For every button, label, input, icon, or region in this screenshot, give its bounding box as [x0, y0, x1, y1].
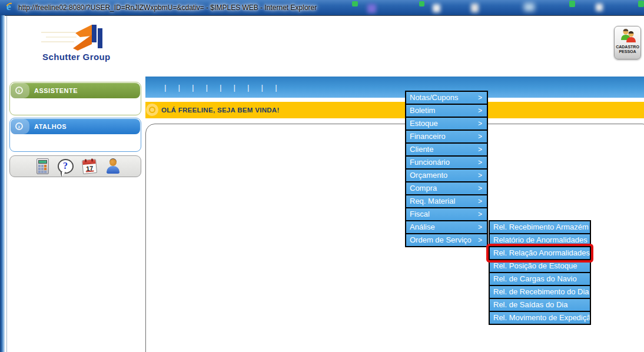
welcome-bar: OLÁ FREELINE, SEJA BEM VINDA! [145, 102, 644, 118]
aero-blob [471, 4, 479, 12]
submenu-item[interactable]: Rel. Relação Anormalidades [489, 246, 591, 260]
dropdown-item[interactable]: Req. Material > [405, 194, 488, 208]
people-icon [619, 28, 636, 42]
cadastro-pessoa-button[interactable]: CADASTRO PESSOA [614, 26, 641, 59]
submenu-arrow-icon: > [478, 221, 482, 233]
submenu-item[interactable]: Rel. Movimento de Expedição [489, 311, 591, 325]
assistente-header[interactable]: › ASSISTENTE [11, 83, 140, 98]
dropdown-item-label: Ordem de Serviço [410, 235, 472, 244]
submenu-item[interactable]: Relatório de Anormalidades [489, 233, 591, 247]
dropdown-item[interactable]: Funcionário > [405, 155, 488, 170]
aero-blob [433, 4, 440, 12]
submenu-item-label: Rel. de Recebimento do Dia [493, 287, 589, 296]
dropdown-item-label: Compra [410, 184, 437, 192]
aero-blob [352, 1, 358, 6]
submenu-item[interactable]: Rel. Posição de Estoque [489, 259, 591, 273]
menubar-item[interactable] [255, 83, 270, 92]
logo-mark-icon [40, 24, 117, 52]
aero-blob [367, 4, 376, 13]
menubar-item[interactable] [269, 83, 283, 92]
menubar-item[interactable] [172, 83, 187, 92]
aero-blob [419, 1, 424, 6]
window-frame-left [0, 15, 5, 352]
submenu-arrow-icon: > [478, 131, 482, 142]
dropdown-item[interactable]: Fiscal > [405, 207, 488, 221]
dropdown-item-label: Funcionário [410, 158, 450, 167]
aero-blob [524, 3, 535, 11]
dropdown-item[interactable]: Cliente > [405, 142, 488, 157]
internet-explorer-icon: e [5, 2, 16, 13]
dropdown-item-label: Análise [410, 223, 435, 231]
submenu-arrow-icon: > [478, 105, 482, 117]
dropdown-item[interactable]: Análise > [405, 220, 488, 234]
submenu-item-label: Rel. Relação Anormalidades [493, 248, 590, 257]
dropdown-item[interactable]: Notas/Cupons > [405, 91, 488, 105]
calendar-icon[interactable]: 17 [81, 158, 97, 174]
assistente-label: ASSISTENTE [34, 87, 78, 94]
submenu-item[interactable]: Rel. de Saídas do Dia [489, 298, 591, 312]
submenu-item-label: Rel. de Cargas do Navio [493, 274, 577, 283]
atalhos-header[interactable]: › ATALHOS [11, 119, 140, 134]
aero-blob [569, 1, 575, 7]
schutter-group-logo: Schutter Group [40, 24, 128, 65]
assistente-panel: › ASSISTENTE [9, 82, 141, 115]
dropdown-item-label: Financeiro [410, 132, 446, 141]
submenu-item[interactable]: Rel. de Cargas do Navio [489, 272, 591, 286]
help-icon[interactable]: ? [58, 159, 74, 174]
dropdown-item[interactable]: Financeiro > [405, 129, 488, 144]
dropdown-item[interactable]: Estoque > [405, 117, 488, 131]
menubar-item[interactable] [228, 83, 242, 92]
submenu-item-label: Rel. Recebimento Armazém [493, 223, 589, 231]
main-menubar [145, 77, 644, 98]
submenu-arrow-icon: > [478, 157, 482, 168]
dropdown-item-label: Notas/Cupons [410, 93, 458, 102]
welcome-bullet-icon [146, 104, 158, 116]
analise-submenu: Rel. Recebimento Armazém Relatório de An… [489, 221, 591, 325]
menubar-item[interactable] [214, 83, 228, 92]
dropdown-item[interactable]: Orçamento > [405, 168, 488, 182]
submenu-arrow-icon: > [478, 195, 482, 207]
atalhos-panel: › ATALHOS [9, 118, 141, 152]
logo-text: Schutter Group [42, 52, 111, 62]
submenu-arrow-icon: > [478, 92, 482, 104]
atalhos-label: ATALHOS [34, 123, 67, 130]
menubar-item[interactable] [158, 83, 172, 92]
submenu-arrow-icon: > [478, 208, 482, 220]
cadastro-pessoa-label-line1: CADASTRO [615, 45, 640, 49]
dropdown-item[interactable]: Compra > [405, 181, 488, 195]
titlebar[interactable]: e http://freeline02:8080/?USER_ID=RnJlZW… [0, 0, 644, 15]
submenu-arrow-icon: > [478, 144, 482, 155]
menubar-item[interactable] [186, 83, 200, 92]
dropdown-item-label: Orçamento [410, 171, 447, 180]
chevron-right-icon: › [15, 87, 23, 94]
person-icon[interactable] [105, 158, 121, 174]
dropdown-item[interactable]: Boletim > [405, 104, 488, 118]
submenu-item-label: Rel. Posição de Estoque [493, 261, 577, 270]
submenu-item-label: Relatório de Anormalidades [493, 235, 587, 244]
submenu-item-label: Rel. Movimento de Expedição [493, 313, 591, 322]
submenu-arrow-icon: > [478, 118, 482, 129]
submenu-item[interactable]: Rel. Recebimento Armazém [489, 220, 591, 234]
dropdown-item[interactable]: Ordem de Serviço > [405, 233, 488, 247]
cadastro-pessoa-label-line2: PESSOA [615, 49, 640, 54]
aero-blob [638, 1, 644, 7]
menubar-item[interactable] [200, 83, 214, 92]
welcome-message: OLÁ FREELINE, SEJA BEM VINDA! [161, 102, 280, 118]
dropdown-item-label: Fiscal [410, 210, 430, 218]
submenu-item[interactable]: Rel. de Recebimento do Dia [489, 285, 591, 299]
browser-window: e http://freeline02:8080/?USER_ID=RnJlZW… [0, 0, 644, 352]
dropdown-item-label: Req. Material [410, 197, 455, 205]
submenu-item-label: Rel. de Saídas do Dia [493, 300, 567, 309]
window-title: http://freeline02:8080/?USER_ID=RnJlZWxp… [18, 0, 317, 15]
submenu-arrow-icon: > [478, 234, 482, 246]
aero-blob [596, 4, 603, 11]
dropdown-item-label: Estoque [410, 119, 438, 128]
chevron-right-icon: › [15, 122, 23, 130]
dropdown-item-label: Cliente [410, 145, 433, 154]
calculator-icon[interactable] [36, 158, 49, 174]
dropdown-item-label: Boletim [410, 106, 435, 115]
sidebar-icon-toolbar: ? 17 [9, 155, 141, 177]
page-left-border [6, 16, 7, 352]
menubar-item[interactable] [241, 83, 255, 92]
question-mark-glyph: ? [59, 161, 72, 171]
